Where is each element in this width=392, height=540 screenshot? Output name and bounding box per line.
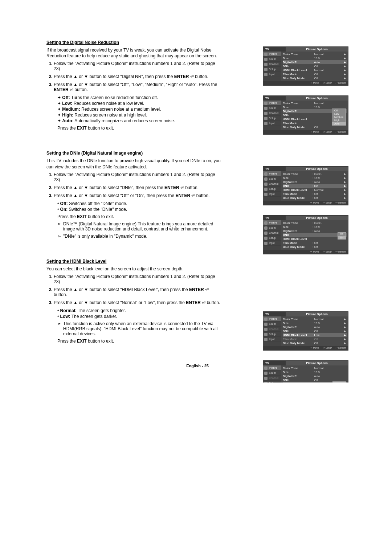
osd-side-item[interactable]: Channel (263, 111, 281, 116)
osd-row[interactable]: HDMI Black Level (283, 237, 347, 241)
osd-row[interactable]: HDMI Black Level: Low▶ (283, 333, 347, 337)
osd-side-label: Input (269, 242, 275, 244)
osd-row[interactable]: Blue Only Mode: Off▶ (283, 76, 347, 80)
osd-side-icon (264, 112, 268, 115)
osd-row[interactable]: Size: 16:9▶ (283, 56, 347, 60)
osd-side-item[interactable]: Sound (263, 106, 281, 111)
osd-side-item[interactable]: Setup (263, 381, 281, 382)
osd-row[interactable]: Film Mode: Off (283, 241, 347, 245)
osd-row-label: Digital NR (283, 375, 313, 378)
osd-side-item[interactable]: Setup (263, 67, 281, 72)
osd-side-item[interactable]: Picture (263, 101, 281, 106)
osd-row-label: Digital NR (283, 326, 313, 329)
osd-row[interactable]: Digital NR: Auto▶ (283, 325, 347, 329)
osd-side-item[interactable]: Input (263, 241, 281, 246)
osd-row-label: Size (283, 371, 313, 374)
osd-side-item[interactable]: Channel (263, 62, 281, 67)
chevron-right-icon: ▶ (344, 334, 347, 337)
note-text: DNIe™ (Digital Natural Image engine) Thi… (63, 221, 222, 232)
osd-side-item[interactable]: Setup (263, 116, 281, 121)
bullet-line: • Low: The screen gets darker. (57, 314, 217, 319)
osd-row[interactable]: Size: 16:9▶ (283, 321, 347, 325)
osd-row[interactable]: Digital NR: Auto (283, 229, 347, 233)
osd-side-item[interactable]: Setup (263, 236, 281, 241)
osd-row[interactable]: HDMI Black Level: Normal▶ (283, 68, 347, 72)
osd-row[interactable]: Blue Only Mode: Off▶ (283, 196, 347, 200)
osd-row[interactable]: Color Tone: Normal (283, 366, 347, 370)
osd-row-label: Film Mode (283, 122, 313, 125)
osd-row[interactable]: Color Tone: Normal▶ (283, 317, 347, 321)
osd-row[interactable]: Color Tone: Normal (283, 101, 347, 105)
osd-row-label: Color Tone (283, 102, 313, 105)
exit-text: Press the EXIT button to exit. (57, 214, 114, 219)
osd-side-item[interactable]: Picture (263, 365, 281, 371)
osd-dropdown-item[interactable]: Normal (333, 382, 346, 382)
osd-dropdown-item[interactable]: Off (332, 109, 346, 112)
osd-side-item[interactable]: Sound (263, 371, 281, 376)
osd-dropdown-item[interactable]: Auto (332, 122, 346, 125)
osd-side-item[interactable]: Sound (263, 322, 281, 327)
osd-side-icon (264, 172, 268, 176)
osd-side-item[interactable]: Sound (263, 176, 281, 181)
osd-side-label: Sound (269, 58, 276, 60)
bullet-symbol: ✦ (57, 101, 62, 106)
osd-footer: ✦ Move⏎ Enter↩ Return (263, 130, 348, 134)
osd-row[interactable]: DNIe: On▶ (283, 184, 347, 188)
osd-side-item[interactable]: Channel (263, 376, 281, 381)
osd-side-item[interactable]: Channel (263, 230, 281, 236)
osd-side-label: Channel (269, 183, 278, 185)
osd-side-item[interactable]: Picture (263, 316, 281, 322)
osd-row[interactable]: Digital NR: Auto▶ (283, 60, 347, 64)
osd-row[interactable]: Size: 16:9▶ (283, 176, 347, 180)
osd-row[interactable]: Digital NR: Auto▶ (283, 180, 347, 184)
osd-side-icon (264, 323, 268, 326)
osd-side-item[interactable]: Picture (263, 52, 281, 57)
osd-row-label: Blue Only Mode (283, 196, 313, 200)
bullets: ✦ Off: Turns the screen noise reduction … (57, 95, 217, 123)
osd-side-item[interactable]: Picture (263, 220, 281, 225)
osd-row-value: : Normal (313, 53, 344, 56)
osd-side-item[interactable]: Input (263, 337, 281, 342)
osd-dropdown-item[interactable]: Low (332, 112, 346, 115)
exit-text: Press the EXIT button to exit. (57, 339, 114, 344)
osd-side-item[interactable]: Input (263, 192, 281, 197)
osd-dropdown[interactable]: NormalLow (332, 381, 346, 382)
osd-dropdown[interactable]: OffOn (338, 232, 346, 240)
osd-side-item[interactable]: Sound (263, 57, 281, 62)
osd-row[interactable]: Blue Only Mode: Off (283, 125, 347, 129)
osd-side-item[interactable]: Channel (263, 181, 281, 187)
chevron-right-icon: ▶ (344, 53, 347, 56)
osd-side-item[interactable]: Sound (263, 225, 281, 230)
osd-side-item[interactable]: Input (263, 72, 281, 77)
osd-row[interactable]: DNIe: Off▶ (283, 64, 347, 68)
osd-row-label: HDMI Black Level (283, 69, 313, 72)
osd-dropdown-item[interactable]: Off (338, 233, 346, 236)
osd-row[interactable]: Film Mode: Off▶ (283, 192, 347, 196)
osd-row[interactable]: Blue Only Mode: Off (283, 245, 347, 249)
osd-row[interactable]: Film Mode: Off▶ (283, 72, 347, 76)
osd-side-label: Input (269, 193, 275, 195)
osd-row[interactable]: Size: 16:9 (283, 225, 347, 229)
osd-row[interactable]: DNIe (283, 233, 347, 237)
osd-row[interactable]: Blue Only Mode: Off▶ (283, 341, 347, 345)
osd-side-label: Input (269, 338, 275, 340)
osd-row[interactable]: Film Mode: Off▶ (283, 337, 347, 341)
osd-dropdown[interactable]: OffLowMediumHighAuto (332, 109, 346, 126)
osd-side-item[interactable]: Channel (263, 327, 281, 332)
osd-row[interactable]: Size: 16:9 (283, 370, 347, 374)
osd-side-item[interactable]: Input (263, 121, 281, 126)
osd-dropdown-item[interactable]: High (332, 119, 346, 122)
osd-row[interactable]: Digital NR: Auto (283, 374, 347, 378)
bullet-line: ✦ High: Reduces screen noise at a high l… (57, 112, 217, 118)
osd-side-item[interactable]: Setup (263, 187, 281, 192)
osd-row[interactable]: Color Tone: Cool1 (283, 221, 347, 225)
osd-side-item[interactable]: Setup (263, 332, 281, 337)
osd-side-item[interactable]: Picture (263, 171, 281, 176)
osd-dropdown-item[interactable]: On (338, 236, 346, 239)
osd-dropdown-item[interactable]: Medium (332, 115, 346, 119)
osd-title: Picture Options (286, 167, 348, 171)
osd-row[interactable]: Color Tone: Cool1▶ (283, 172, 347, 176)
osd-row[interactable]: Color Tone: Normal▶ (283, 52, 347, 56)
osd-row[interactable]: DNIe: Off▶ (283, 329, 347, 333)
osd-row[interactable]: HDMI Black Level: Normal▶ (283, 188, 347, 192)
